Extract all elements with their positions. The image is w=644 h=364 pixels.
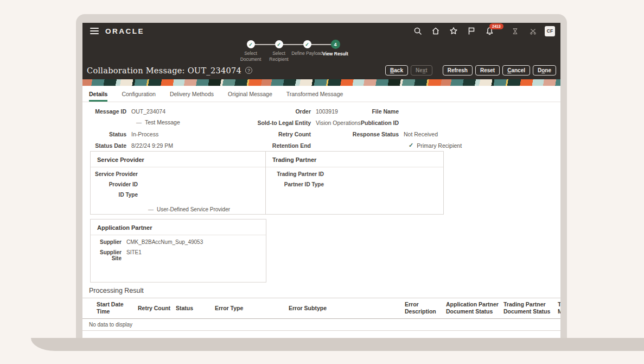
field-partner-id-type: Partner ID Type	[266, 181, 443, 192]
test-message-checkbox[interactable]: — Test Message	[136, 119, 180, 125]
field-supplier-site: Supplier Site SITE1	[91, 249, 266, 261]
notification-badge: 2413	[489, 23, 503, 29]
cancel-button[interactable]: Cancel	[502, 65, 530, 76]
reset-button[interactable]: Reset	[475, 65, 500, 76]
step-select-recipient[interactable]: ✓ Select Recipient	[265, 40, 293, 62]
field-message-id: Message ID OUT_234074	[89, 108, 252, 119]
laptop-base	[31, 338, 644, 351]
processing-result-title: Processing Result	[89, 287, 144, 294]
field-response-status: Response Status Not Received	[352, 130, 514, 142]
application-partner-panel: Application Partner Supplier CMK_B2BAccN…	[90, 219, 266, 283]
tab-bar: Details Configuration Delivery Methods O…	[82, 87, 560, 102]
step-define-payload[interactable]: ✓ Define Payload	[293, 40, 321, 62]
table-empty-message: No data to display	[82, 319, 560, 331]
field-publication-id: Publication ID	[352, 119, 514, 130]
application-partner-title: Application Partner	[91, 219, 266, 235]
help-icon[interactable]: ?	[245, 67, 252, 74]
page-content: Details Configuration Delivery Methods O…	[82, 86, 560, 338]
search-icon[interactable]	[412, 25, 424, 37]
favorites-star-icon[interactable]	[448, 25, 460, 37]
user-defined-service-provider-checkbox[interactable]: — User-Defined Service Provider	[148, 206, 266, 212]
col-start-date-time[interactable]: Start Date Time	[97, 301, 138, 315]
col-error-subtype[interactable]: Error Subtype	[289, 305, 405, 312]
field-id-type: ID Type	[91, 192, 266, 202]
tab-transformed-message[interactable]: Transformed Message	[286, 91, 343, 102]
field-service-provider: Service Provider	[91, 171, 266, 181]
next-button[interactable]: Next	[411, 65, 432, 76]
home-icon[interactable]	[430, 25, 442, 37]
unchecked-dash-icon: —	[148, 206, 154, 212]
trading-partner-title: Trading Partner	[266, 152, 443, 167]
col-truncated[interactable]: TrM	[558, 301, 560, 315]
oracle-logo: ORACLE	[105, 27, 144, 35]
page-title-bar: Collaboration Message: OUT_234074 ? Back…	[87, 65, 556, 76]
global-actions: 2413 CF	[412, 25, 555, 37]
user-avatar[interactable]: CF	[545, 26, 555, 36]
page-title: Collaboration Message: OUT_234074	[87, 66, 241, 75]
checked-check-icon: ✓	[409, 142, 413, 149]
decorative-banner	[82, 79, 560, 86]
navigator-menu-icon[interactable]	[90, 28, 99, 34]
tab-original-message[interactable]: Original Message	[228, 91, 272, 102]
done-button[interactable]: Done	[533, 65, 556, 76]
refresh-button[interactable]: Refresh	[443, 65, 473, 76]
field-supplier: Supplier CMK_B2BAccNum_Sup_49053	[91, 239, 266, 249]
service-provider-panel: Service Provider Service Provider Provid…	[90, 151, 266, 215]
unchecked-dash-icon: —	[136, 120, 142, 125]
step-select-document[interactable]: ✓ Select Document	[237, 40, 265, 62]
details-form-col3: File Name Publication ID Response Status…	[352, 108, 514, 153]
trading-partner-panel: Trading Partner Trading Partner ID Partn…	[265, 151, 444, 215]
step-check-icon[interactable]: ✓	[303, 40, 311, 48]
primary-recipient-checkbox[interactable]: ✓ Primary Recipient	[409, 142, 462, 149]
step-view-result[interactable]: 4 View Result	[321, 40, 349, 62]
col-status[interactable]: Status	[176, 305, 215, 312]
field-test-message: — Test Message	[89, 119, 252, 130]
scissors-tool-icon[interactable]	[527, 25, 539, 37]
global-toolbar: ORACLE	[82, 23, 560, 39]
field-trading-partner-id: Trading Partner ID	[266, 171, 443, 181]
step-check-icon[interactable]: ✓	[247, 40, 255, 48]
tab-delivery-methods[interactable]: Delivery Methods	[170, 91, 214, 102]
app-header: ORACLE	[82, 23, 560, 79]
step-number[interactable]: 4	[331, 40, 340, 49]
back-button[interactable]: Back	[385, 65, 408, 76]
tab-configuration[interactable]: Configuration	[122, 91, 155, 102]
col-error-description[interactable]: ErrorDescription	[405, 301, 446, 315]
processing-result-table: Start Date Time Retry Count Status Error…	[82, 298, 560, 331]
step-check-icon[interactable]: ✓	[275, 40, 283, 48]
table-header-row: Start Date Time Retry Count Status Error…	[82, 298, 560, 319]
col-trading-partner-document-status[interactable]: Trading PartnerDocument Status	[503, 301, 558, 315]
tab-details[interactable]: Details	[89, 91, 107, 102]
col-application-partner-document-status[interactable]: Application PartnerDocument Status	[446, 301, 503, 315]
service-provider-title: Service Provider	[91, 152, 266, 167]
guided-process-stepper: ✓ Select Document ✓ Select Recipient	[237, 40, 356, 64]
details-form-col1: Message ID OUT_234074 — Test Message Sta…	[89, 108, 252, 153]
field-file-name: File Name	[352, 108, 514, 119]
hourglass-tool-icon[interactable]	[509, 25, 521, 37]
field-provider-id: Provider ID	[91, 181, 266, 192]
app-screen: ORACLE	[82, 23, 560, 338]
action-buttons: Back Next Refresh Reset Cancel Done	[385, 65, 556, 76]
notifications-bell-icon[interactable]: 2413	[483, 25, 495, 37]
col-error-type[interactable]: Error Type	[215, 305, 289, 312]
col-retry-count[interactable]: Retry Count	[138, 305, 176, 312]
desktop-background: ORACLE	[0, 0, 644, 364]
field-status: Status In-Process	[89, 130, 252, 142]
announcements-flag-icon[interactable]	[466, 25, 477, 37]
